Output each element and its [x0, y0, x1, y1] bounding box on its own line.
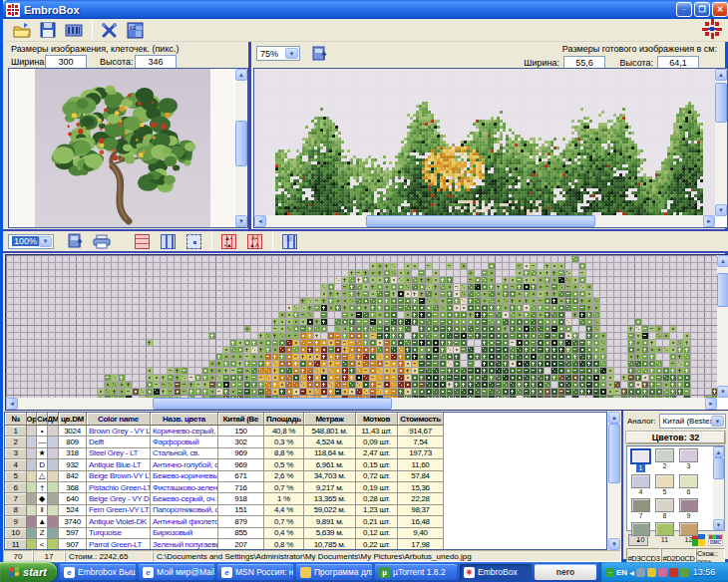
preview-export-button[interactable]	[308, 43, 332, 64]
table-cell[interactable]: 3024	[59, 426, 87, 436]
table-cell[interactable]: 2,47 шт.	[356, 448, 398, 459]
table-cell[interactable]: 59,022 м.	[304, 505, 356, 516]
table-cell[interactable]: Parrot Green-LT	[87, 539, 151, 550]
table-cell[interactable]: 932	[59, 459, 87, 470]
table-vscroll[interactable]	[608, 412, 620, 550]
table-cell[interactable]: 0,21 шт.	[356, 516, 398, 527]
table-header-1[interactable]: Ор	[27, 413, 37, 426]
table-row[interactable]: 4D932Antique Blue-LTАнтично-голубой, св.…	[5, 459, 606, 470]
pattern-zoom-select[interactable]: 100%	[8, 234, 54, 249]
table-header-2[interactable]: Си	[37, 413, 48, 426]
table-cell[interactable]: <	[37, 539, 48, 550]
table-cell[interactable]: 0,12 шт.	[356, 528, 398, 539]
language-indicator[interactable]: EN	[616, 568, 627, 577]
panel-splitter[interactable]	[248, 42, 251, 229]
preview-hscroll[interactable]	[254, 215, 715, 227]
print-button[interactable]	[90, 231, 114, 252]
table-row[interactable]: 2—809DelftФарфоровый3020,3 %4,524 м.0,09…	[5, 436, 606, 447]
table-cell[interactable]: 0,09 шт.	[356, 436, 398, 447]
table-cell[interactable]	[48, 505, 59, 516]
save-button[interactable]	[36, 20, 60, 41]
scroll-down-icon[interactable]	[713, 519, 724, 530]
scroll-up-icon[interactable]	[235, 69, 247, 81]
table-cell[interactable]: 0,5 %	[264, 459, 304, 470]
table-cell[interactable]	[27, 493, 37, 504]
taskbar-task-2[interactable]: eМой мир@Mail....	[139, 564, 214, 580]
table-cell[interactable]: 0,22 шт.	[356, 539, 398, 550]
table-cell[interactable]: 7	[5, 493, 27, 504]
scroll-up-icon[interactable]	[608, 412, 620, 424]
scroll-down-icon[interactable]	[717, 386, 728, 398]
view-dashed-grid-button[interactable]	[182, 231, 205, 252]
pattern-vscroll[interactable]	[717, 255, 728, 398]
table-cell[interactable]: 368	[59, 482, 87, 493]
table-cell[interactable]: 907	[59, 539, 87, 550]
view-symbols-color-button[interactable]: ▲••▲	[216, 231, 240, 252]
table-cell[interactable]: Античный фиолетовый,	[151, 516, 218, 527]
palette-swatch-8[interactable]: 8	[654, 498, 675, 520]
table-row[interactable]: 8‖524Fern Green-VY LTПапоротниковый, оч.…	[5, 505, 606, 516]
table-cell[interactable]: 17,98	[398, 539, 444, 550]
close-button[interactable]	[712, 2, 728, 17]
table-cell[interactable]: 671	[218, 471, 264, 482]
table-cell[interactable]: 0,72 шт.	[356, 471, 398, 482]
settings-button[interactable]	[97, 20, 121, 41]
table-cell[interactable]: 3	[5, 448, 27, 459]
table-cell[interactable]: ▲	[37, 516, 48, 527]
table-cell[interactable]: 1,23 шт.	[356, 505, 398, 516]
table-cell[interactable]: 5	[5, 471, 27, 482]
table-cell[interactable]: 9,40	[398, 528, 444, 539]
table-header-11[interactable]: Стоимость	[398, 413, 444, 426]
table-row[interactable]: 11<907Parrot Green-LTЗеленый попугаевый,…	[5, 539, 606, 550]
palette-swatch-12[interactable]: 12	[678, 522, 699, 544]
table-cell[interactable]	[48, 482, 59, 493]
table-cell[interactable]: 207	[218, 539, 264, 550]
table-row[interactable]: 5△842Beige Brown-VY LTБежево-коричневый,…	[5, 471, 606, 482]
table-cell[interactable]: 3740	[59, 516, 87, 527]
table-cell[interactable]: Стальной, св.	[151, 448, 218, 459]
table-cell[interactable]: Бежево-коричневый, оч.	[151, 471, 218, 482]
scroll-down-icon[interactable]	[715, 204, 727, 216]
table-cell[interactable]: 1 %	[264, 493, 304, 504]
scroll-track[interactable]	[715, 81, 727, 204]
start-button[interactable]: start	[0, 562, 57, 582]
table-cell[interactable]	[48, 426, 59, 436]
scroll-thumb[interactable]	[717, 273, 728, 307]
palette-swatch-4[interactable]: 4	[630, 474, 651, 496]
table-cell[interactable]: •	[37, 426, 48, 436]
table-cell[interactable]: 9	[5, 516, 27, 527]
table-header-5[interactable]: Color name	[87, 413, 151, 426]
scroll-thumb[interactable]	[235, 121, 247, 166]
table-cell[interactable]: ◆	[37, 493, 48, 504]
table-cell[interactable]	[48, 493, 59, 504]
table-cell[interactable]: 0,7 %	[264, 516, 304, 527]
table-cell[interactable]	[27, 436, 37, 447]
table-cell[interactable]: 969	[218, 459, 264, 470]
source-image-vscroll[interactable]	[235, 69, 247, 227]
table-cell[interactable]: 10,785 м.	[304, 539, 356, 550]
table-cell[interactable]: 0,7 %	[264, 482, 304, 493]
table-cell[interactable]	[48, 528, 59, 539]
goto-cell-button[interactable]: ◲	[277, 231, 301, 252]
title-bar[interactable]: EmbroBox	[3, 0, 728, 19]
table-cell[interactable]: Z	[37, 528, 48, 539]
table-cell[interactable]: 5,639 м.	[304, 528, 356, 539]
palette-swatch-2[interactable]: 2	[654, 448, 675, 472]
pattern-export-button[interactable]	[64, 231, 88, 252]
table-cell[interactable]: Бирюзовый	[151, 528, 218, 539]
minimize-button[interactable]	[676, 2, 692, 17]
tray-icon-2[interactable]	[647, 568, 656, 577]
table-cell[interactable]: 34,703 м.	[304, 471, 356, 482]
table-cell[interactable]: 548,801 м.	[304, 426, 356, 436]
table-header-3[interactable]: ДМ	[48, 413, 59, 426]
table-cell[interactable]: Папоротниковый, оч.св.	[151, 505, 218, 516]
table-cell[interactable]: 524	[59, 505, 87, 516]
table-cell[interactable]: 969	[218, 448, 264, 459]
table-cell[interactable]: Коричнево-серый, св.	[151, 426, 218, 436]
table-cell[interactable]: 716	[218, 482, 264, 493]
tray-icon-1[interactable]	[636, 568, 645, 577]
table-header-0[interactable]: №	[5, 413, 27, 426]
dropdown-arrow-icon[interactable]	[39, 236, 52, 247]
table-cell[interactable]: 4,4 %	[264, 505, 304, 516]
scroll-track[interactable]	[713, 457, 724, 519]
